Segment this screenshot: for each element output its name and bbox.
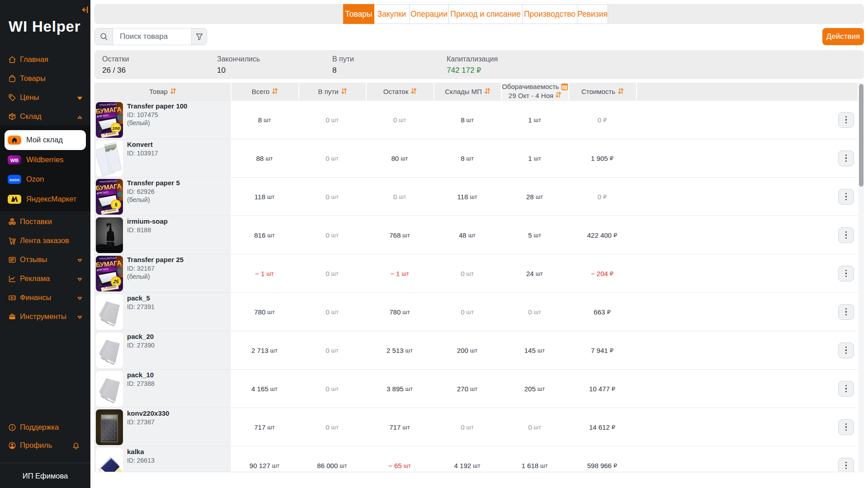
svg-text:IRMIUM: IRMIUM (107, 240, 115, 243)
svg-text:№1: №1 (109, 243, 112, 245)
svg-text:WB: WB (10, 158, 19, 163)
svg-text:5: 5 (114, 202, 118, 207)
svg-text:ozon: ozon (9, 178, 19, 182)
svg-text:100: 100 (113, 126, 120, 131)
svg-text:25: 25 (113, 279, 119, 284)
svg-text:◊: ◊ (110, 238, 111, 240)
